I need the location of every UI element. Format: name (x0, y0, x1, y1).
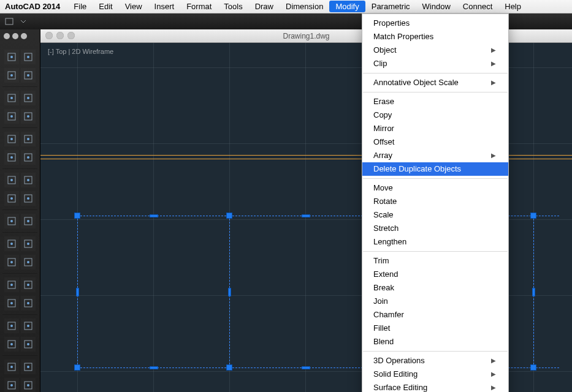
grip-handle[interactable] (302, 366, 310, 369)
camera-tool[interactable] (4, 378, 19, 392)
menu-item-label: Chamfer (373, 309, 404, 320)
box-tool[interactable] (4, 214, 19, 228)
menu-view[interactable]: View (119, 1, 148, 12)
grip-handle[interactable] (150, 366, 158, 369)
move-tool[interactable] (4, 236, 19, 251)
menu-parametric[interactable]: Parametric (365, 1, 416, 12)
align-tool[interactable] (21, 277, 36, 292)
menu-item-move[interactable]: Move (362, 181, 508, 195)
menu-item-match-properties[interactable]: Match Properties (362, 30, 508, 43)
dropdown-icon[interactable] (17, 15, 29, 28)
menu-draw[interactable]: Draw (249, 1, 280, 12)
menu-item-lengthen[interactable]: Lengthen (362, 235, 508, 249)
menu-item-scale[interactable]: Scale (362, 208, 508, 222)
revision-tool[interactable] (21, 109, 36, 124)
menu-item-object[interactable]: Object▶ (362, 43, 508, 57)
menu-item-clip[interactable]: Clip▶ (362, 57, 508, 70)
arc-tool[interactable] (21, 91, 36, 105)
svg-point-54 (10, 325, 13, 327)
rectangle-tool[interactable] (21, 50, 36, 64)
window-controls[interactable] (45, 32, 75, 39)
menu-item-annotative-object-scale[interactable]: Annotative Object Scale▶ (362, 76, 508, 89)
grip-handle[interactable] (226, 213, 232, 219)
offset-tool[interactable] (21, 296, 36, 311)
menu-item-surface-editing[interactable]: Surface Editing▶ (362, 381, 508, 392)
spline-tool[interactable] (4, 109, 19, 124)
app-name: AutoCAD 2014 (5, 2, 60, 11)
rotate-tool[interactable] (21, 236, 36, 251)
dimension-tool[interactable] (21, 191, 36, 206)
menu-connect[interactable]: Connect (457, 1, 498, 12)
menu-item-fillet[interactable]: Fillet (362, 322, 508, 335)
menu-file[interactable]: File (67, 1, 93, 12)
grip-handle[interactable] (226, 364, 232, 371)
polyline-tool[interactable] (4, 91, 19, 105)
menu-window[interactable]: Window (416, 1, 457, 12)
measure-tool[interactable] (4, 360, 19, 374)
stretch-tool[interactable] (21, 255, 36, 270)
grip-handle[interactable] (76, 288, 79, 296)
menu-item-extend[interactable]: Extend (362, 268, 508, 281)
zoom-icon[interactable] (67, 32, 75, 39)
menu-modify[interactable]: Modify (329, 1, 365, 12)
option-tool[interactable] (21, 378, 36, 392)
tag-tool[interactable] (4, 191, 19, 206)
grip-handle[interactable] (530, 364, 536, 371)
sphere-tool[interactable] (4, 132, 19, 146)
menu-insert[interactable]: Insert (148, 1, 181, 12)
menu-item-chamfer[interactable]: Chamfer (362, 308, 508, 322)
minimize-icon[interactable] (56, 32, 64, 39)
menu-dimension[interactable]: Dimension (280, 1, 329, 12)
trim-tool[interactable] (4, 337, 19, 352)
menu-item-erase[interactable]: Erase (362, 95, 508, 108)
menu-item-rotate[interactable]: Rotate (362, 195, 508, 208)
menu-item-mirror[interactable]: Mirror (362, 122, 508, 135)
menu-item-stretch[interactable]: Stretch (362, 222, 508, 235)
menu-item-trim[interactable]: Trim (362, 254, 508, 268)
grip-handle[interactable] (150, 214, 158, 217)
crop-tool[interactable] (21, 150, 36, 165)
layer-tool[interactable] (4, 173, 19, 187)
line-tool[interactable] (4, 50, 19, 64)
grip-handle[interactable] (530, 213, 536, 219)
modify-menu-dropdown: PropertiesMatch PropertiesObject▶Clip▶An… (362, 13, 509, 392)
hatch-tool[interactable] (21, 132, 36, 146)
array-tool[interactable] (4, 277, 19, 292)
menu-item-copy[interactable]: Copy (362, 108, 508, 122)
svg-point-24 (27, 156, 29, 159)
grip-handle[interactable] (532, 288, 535, 296)
erase-tool[interactable] (21, 214, 36, 228)
menu-format[interactable]: Format (180, 1, 218, 12)
break-tool[interactable] (4, 318, 19, 333)
grip-handle[interactable] (74, 213, 80, 219)
viewport-label[interactable]: [-] Top | 2D Wireframe (48, 48, 113, 55)
close-icon[interactable] (45, 32, 53, 39)
inspect-tool[interactable] (21, 360, 36, 374)
menu-help[interactable]: Help (498, 1, 527, 12)
menu-item-join[interactable]: Join (362, 295, 508, 308)
new-icon[interactable] (4, 15, 16, 28)
menu-item-label: Match Properties (373, 31, 433, 42)
menu-item-solid-editing[interactable]: Solid Editing▶ (362, 368, 508, 381)
menu-edit[interactable]: Edit (93, 1, 118, 12)
menu-item-offset[interactable]: Offset (362, 135, 508, 149)
match-tool[interactable] (21, 173, 36, 187)
menu-tools[interactable]: Tools (218, 1, 248, 12)
arrow-right-tool[interactable] (21, 68, 36, 83)
mirror-tool[interactable] (4, 296, 19, 311)
menu-item-array[interactable]: Array▶ (362, 149, 508, 162)
grip-handle[interactable] (74, 364, 80, 371)
scale-tool[interactable] (4, 255, 19, 270)
svg-point-22 (10, 156, 13, 159)
menu-item-break[interactable]: Break (362, 281, 508, 295)
extend-tool[interactable] (21, 318, 36, 333)
menu-item-delete-duplicate-objects[interactable]: Delete Duplicate Objects (362, 162, 508, 176)
fillet-tool[interactable] (21, 337, 36, 352)
grip-handle[interactable] (228, 288, 231, 296)
menu-item-properties[interactable]: Properties (362, 17, 508, 30)
menu-item-blend[interactable]: Blend (362, 335, 508, 349)
menu-item-3d-operations[interactable]: 3D Operations▶ (362, 354, 508, 368)
region-tool[interactable] (4, 150, 19, 165)
grip-handle[interactable] (302, 214, 310, 217)
arrow-left-tool[interactable] (4, 68, 19, 83)
